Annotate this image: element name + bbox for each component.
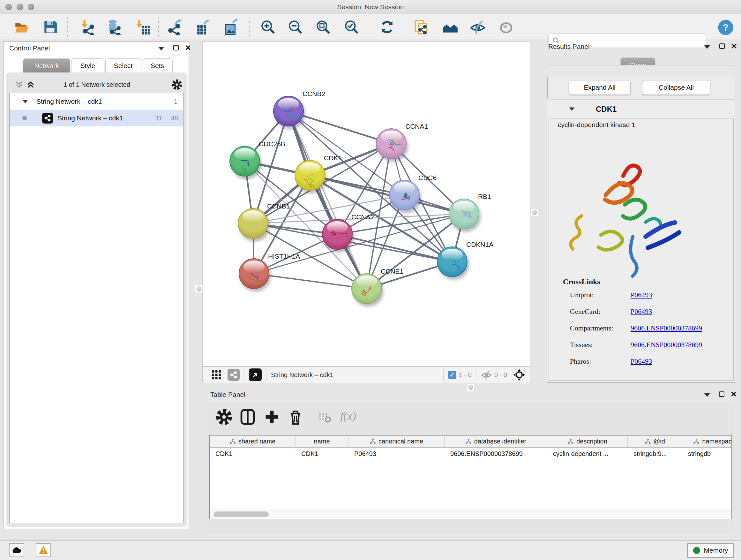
results-panel-float-icon[interactable] — [719, 44, 725, 49]
network-node-cdkn1a[interactable] — [437, 246, 468, 277]
table-cell[interactable]: CDK1 — [295, 448, 348, 462]
table-cell[interactable]: cyclin-dependent ... — [547, 448, 628, 462]
table-row[interactable]: CDK1CDK1P064939606.ENSP00000378699cyclin… — [210, 448, 731, 462]
warning-status-button[interactable] — [36, 543, 51, 557]
table-panel-menu-icon[interactable] — [704, 393, 710, 397]
node-label-ccnb2: CCNB2 — [302, 90, 325, 98]
protein-description: cyclin-dependent kinase 1 — [558, 121, 635, 129]
network-row-selected[interactable]: String Network – cdk1 11 48 — [10, 110, 183, 126]
table-panel-title: Table Panel — [210, 391, 246, 398]
right-splitter-grip[interactable] — [531, 208, 538, 216]
network-canvas[interactable]: CCNB2CCNA1CDC25BCDK1CDC6RB1CCNB1CCNA2CDK… — [202, 42, 530, 367]
collapse-all-button[interactable]: Collapse All — [642, 80, 711, 95]
expand-all-button[interactable]: Expand All — [569, 80, 630, 95]
network-node-ccne1[interactable] — [351, 273, 382, 304]
column-header-database-identifier[interactable]: database identifier — [445, 435, 547, 447]
network-collection-row[interactable]: String Network – cdk1 1 — [10, 93, 183, 110]
hidden-eye-icon[interactable] — [481, 369, 492, 380]
protein-result-card: CDK1 cyclin-dependent kinase 1 — [547, 100, 735, 382]
columns-icon[interactable] — [239, 409, 256, 425]
import-network-database-icon[interactable] — [105, 19, 121, 35]
column-header-description[interactable]: description — [547, 435, 628, 447]
column-header-name[interactable]: name — [295, 435, 348, 447]
add-column-icon[interactable] — [264, 409, 280, 425]
network-node-ccnb2[interactable] — [273, 96, 304, 126]
string-home-icon[interactable] — [442, 19, 458, 35]
crosslink-value-link[interactable]: 9606.ENSP00000378699 — [630, 324, 702, 332]
scrollbar-thumb[interactable] — [214, 511, 269, 517]
network-node-cdk1[interactable] — [294, 160, 325, 191]
delete-table-icon[interactable] — [318, 411, 331, 424]
zoom-out-icon[interactable] — [287, 19, 304, 35]
open-session-icon[interactable] — [14, 19, 30, 35]
crosslink-value-link[interactable]: P06493 — [630, 291, 652, 299]
share-view-icon[interactable] — [227, 369, 240, 381]
clone-network-icon[interactable] — [414, 19, 430, 35]
control-panel-close-icon[interactable]: ✕ — [185, 45, 191, 51]
network-tab-content: 1 of 1 Network selected String Network –… — [6, 72, 187, 527]
network-node-rb1[interactable] — [449, 199, 479, 229]
collection-expand-icon[interactable] — [23, 100, 27, 103]
network-node-cdc6[interactable] — [389, 180, 420, 210]
left-splitter-grip[interactable] — [195, 285, 203, 293]
memory-button[interactable]: Memory — [687, 543, 734, 558]
export-network-icon[interactable] — [167, 19, 183, 35]
tab-sets[interactable]: Sets — [142, 58, 173, 72]
crosslink-value-link[interactable]: P06493 — [630, 307, 652, 316]
zoom-in-icon[interactable] — [260, 19, 276, 35]
network-node-ccnb1[interactable] — [238, 208, 268, 239]
table-cell[interactable]: stringdb — [682, 448, 732, 462]
import-table-file-icon[interactable] — [134, 19, 150, 35]
zoom-selected-icon[interactable] — [344, 19, 360, 35]
tab-network[interactable]: Network — [23, 58, 70, 72]
selected-checkbox[interactable]: ✓ — [448, 371, 456, 379]
control-panel-float-icon[interactable] — [173, 45, 179, 51]
results-panel-close-icon[interactable]: ✕ — [731, 44, 737, 49]
column-header-canonical-name[interactable]: canonical name — [348, 435, 445, 447]
view-toolbar-separator — [266, 368, 266, 381]
network-options-gear-icon[interactable] — [172, 79, 182, 90]
function-builder-icon[interactable]: f(x) — [340, 409, 356, 423]
crosslink-value-link[interactable]: 9606.ENSP00000378699 — [630, 341, 702, 349]
network-node-ccna1[interactable] — [376, 128, 407, 159]
birds-eye-icon[interactable] — [249, 368, 262, 381]
table-cell[interactable]: CDK1 — [210, 448, 295, 462]
horizontal-scrollbar[interactable] — [210, 509, 731, 518]
tab-style[interactable]: Style — [71, 58, 105, 72]
export-table-icon[interactable] — [195, 19, 211, 35]
fit-crosshair-icon[interactable] — [513, 368, 526, 381]
help-icon[interactable]: ? — [718, 19, 734, 36]
table-cell[interactable]: stringdb:9... — [628, 448, 682, 462]
refresh-icon[interactable] — [379, 19, 395, 35]
node-table[interactable]: shared namenamecanonical namedatabase id… — [209, 435, 732, 519]
expand-all-chevron-icon[interactable] — [26, 80, 36, 89]
network-node-hist1h1a[interactable] — [239, 258, 269, 289]
import-network-file-icon[interactable] — [78, 19, 94, 35]
network-node-cdc25b[interactable] — [229, 146, 260, 177]
network-node-ccna2[interactable] — [322, 219, 353, 250]
table-gear-icon[interactable] — [216, 409, 232, 425]
zoom-fit-icon[interactable] — [315, 19, 331, 35]
column-header-namespac[interactable]: namespac — [682, 435, 732, 447]
table-cell[interactable]: 9606.ENSP00000378699 — [445, 448, 547, 462]
status-bar: Memory — [0, 540, 741, 560]
show-eye-icon[interactable] — [498, 19, 514, 35]
export-image-icon[interactable] — [223, 19, 239, 35]
table-panel-close-icon[interactable]: ✕ — [731, 391, 737, 397]
delete-column-icon[interactable] — [287, 409, 304, 425]
column-header--id[interactable]: @id — [628, 435, 682, 447]
hide-panels-eye-icon[interactable] — [470, 19, 486, 35]
table-cell[interactable]: P06493 — [348, 448, 445, 462]
collapse-all-chevron-icon[interactable] — [14, 80, 24, 89]
grid-view-icon[interactable] — [211, 369, 222, 380]
results-panel-menu-icon[interactable] — [704, 45, 710, 49]
column-header-shared-name[interactable]: shared name — [210, 435, 295, 447]
tab-select[interactable]: Select — [105, 58, 141, 72]
control-panel-menu-icon[interactable] — [158, 47, 164, 51]
protein-card-header[interactable]: CDK1 — [547, 100, 735, 118]
crosslink-value-link[interactable]: P06493 — [630, 357, 652, 366]
cloud-status-button[interactable] — [9, 543, 24, 557]
table-panel-float-icon[interactable] — [719, 391, 724, 397]
save-session-icon[interactable] — [43, 19, 58, 35]
protein-card-collapse-icon[interactable] — [569, 108, 575, 111]
